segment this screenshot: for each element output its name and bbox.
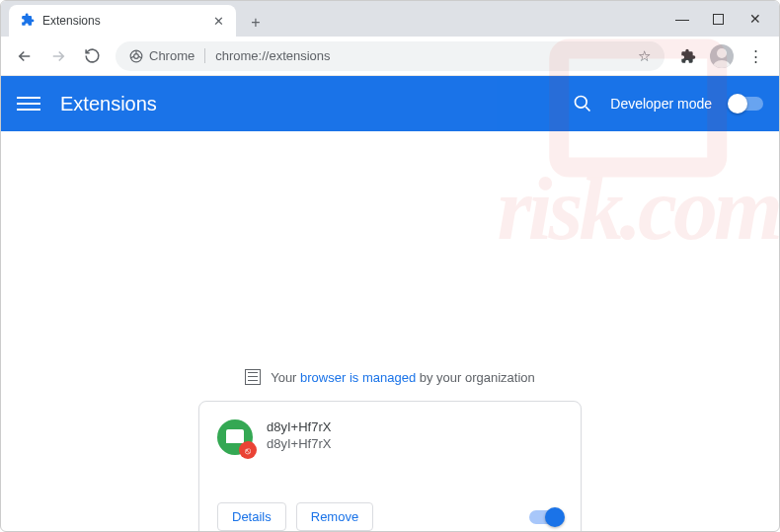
svg-point-2 xyxy=(576,97,587,109)
remove-button[interactable]: Remove xyxy=(296,502,373,531)
managed-link[interactable]: browser is managed xyxy=(300,370,416,385)
browser-toolbar: Chrome chrome://extensions ☆ ⋮ xyxy=(1,37,779,76)
tab-title: Extensions xyxy=(42,14,101,28)
forward-button[interactable] xyxy=(42,40,74,72)
close-window-button[interactable]: ✕ xyxy=(749,13,761,25)
avatar-icon xyxy=(710,44,734,68)
extension-description: d8yI+Hf7rX xyxy=(267,436,331,451)
window-controls: — ✕ xyxy=(658,1,779,37)
extensions-header: Extensions Developer mode xyxy=(1,76,779,131)
extension-name: d8yI+Hf7rX xyxy=(267,419,331,434)
extensions-menu-button[interactable] xyxy=(672,40,704,72)
chrome-menu-button[interactable]: ⋮ xyxy=(740,40,771,72)
managed-banner: Your browser is managed by your organiza… xyxy=(245,369,535,385)
extension-enable-toggle[interactable] xyxy=(529,510,563,524)
content-area: risk.com Your browser is managed by your… xyxy=(1,131,779,532)
details-button[interactable]: Details xyxy=(217,502,286,531)
address-bar[interactable]: Chrome chrome://extensions ☆ xyxy=(116,41,664,71)
profile-button[interactable] xyxy=(706,40,738,72)
tab-extensions[interactable]: Extensions ✕ xyxy=(9,5,236,37)
close-tab-button[interactable]: ✕ xyxy=(213,14,224,29)
extension-card: d8yI+Hf7rX d8yI+Hf7rX Details Remove xyxy=(198,401,582,532)
extension-icon xyxy=(21,13,35,30)
site-identity: Chrome xyxy=(129,48,205,63)
reload-button[interactable] xyxy=(76,40,108,72)
building-icon xyxy=(245,369,261,385)
managed-text: Your browser is managed by your organiza… xyxy=(271,370,535,385)
back-button[interactable] xyxy=(9,40,40,72)
developer-mode-label: Developer mode xyxy=(610,96,712,112)
main-menu-button[interactable] xyxy=(17,97,40,111)
svg-point-1 xyxy=(134,53,139,58)
developer-mode-toggle[interactable] xyxy=(730,97,763,111)
page-title: Extensions xyxy=(60,93,157,115)
bookmark-star-icon[interactable]: ☆ xyxy=(638,47,651,65)
minimize-button[interactable]: — xyxy=(675,13,687,25)
search-button[interactable] xyxy=(573,94,592,114)
chrome-icon xyxy=(129,49,143,63)
maximize-button[interactable] xyxy=(713,14,724,25)
url-text: chrome://extensions xyxy=(215,48,330,63)
chrome-label-text: Chrome xyxy=(149,48,195,63)
extension-app-icon xyxy=(217,419,253,455)
new-tab-button[interactable]: + xyxy=(242,9,270,37)
